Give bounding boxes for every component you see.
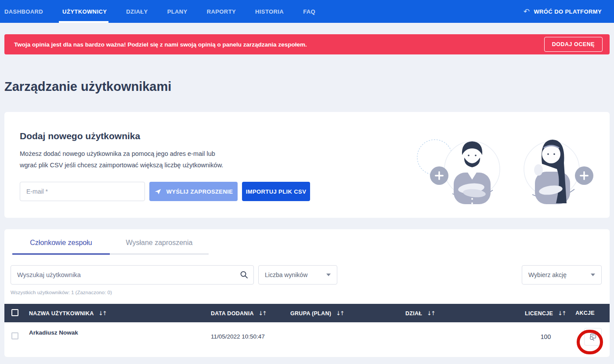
nav-item-historia[interactable]: HISTORIA [255,0,284,23]
column-header-name[interactable]: NAZWA UŻYTKOWNIKA ↓↑ [29,310,209,317]
row-actions-button[interactable] [584,328,602,346]
import-csv-button[interactable]: IMPORTUJ PLIK CSV [242,182,310,201]
column-header-licenses-label: LICENCJE [525,310,553,317]
back-to-platform-link[interactable]: ↶ WRÓĆ DO PLATFORMY [524,0,602,23]
column-header-date-label: DATA DODANIA [211,310,253,317]
column-header-licenses[interactable]: LICENCJE ↓↑ [520,310,567,317]
send-invitation-label: WYŚLIJ ZAPROSZENIE [166,188,233,195]
sort-icon[interactable]: ↓↑ [258,310,266,317]
nav-item-uzytkownicy[interactable]: UŻYTKOWNICY [62,0,107,23]
add-user-description-line2: wgrać plik CSV jeśli chcesz zaimportować… [20,159,231,171]
column-header-group-label: GRUPA (PLAN) [290,310,331,317]
filters-row: Liczba wyników Wybierz akcję [11,265,602,285]
column-header-date[interactable]: DATA DODANIA ↓↑ [209,310,290,317]
search-wrapper [11,265,254,285]
sort-icon[interactable]: ↓↑ [98,310,106,317]
top-nav: DASHBOARD UŻYTKOWNICY DZIAŁY PLANY RAPOR… [0,0,614,23]
column-header-department-label: DZIAŁ [405,310,422,317]
back-to-platform-label: WRÓĆ DO PLATFORMY [534,8,602,15]
tab-team-members[interactable]: Członkowie zespołu [12,229,110,255]
nav-item-dzialy[interactable]: DZIAŁY [126,0,148,23]
results-count-select[interactable]: Liczba wyników [258,265,337,285]
add-user-form: WYŚLIJ ZAPROSZENIE IMPORTUJ PLIK CSV [20,182,310,201]
search-input[interactable] [11,265,254,285]
user-date-added: 11/05/2022 10:50:47 [209,333,290,340]
nav-item-dashboard[interactable]: DASHBOARD [4,0,43,23]
add-member-plus-right[interactable] [575,166,593,185]
chevron-down-icon [591,274,595,276]
feedback-banner-message: Twoja opinia jest dla nas bardzo ważna! … [14,41,307,48]
column-header-name-label: NAZWA UŻYTKOWNIKA [29,310,94,317]
users-summary: Wszystkich użytkowników: 1 (Zaznaczono: … [11,290,610,295]
select-all-checkbox[interactable] [11,309,18,316]
add-rating-button[interactable]: DODAJ OCENĘ [544,37,603,52]
sort-icon[interactable]: ↓↑ [558,310,566,317]
feedback-banner: Twoja opinia jest dla nas bardzo ważna! … [4,34,610,54]
send-invitation-button[interactable]: WYŚLIJ ZAPROSZENIE [149,182,238,201]
email-field[interactable] [20,182,145,201]
column-header-actions: AKCJE [567,310,610,316]
add-user-description-line1: Możesz dodać nowego użytkownika za pomoc… [20,148,231,159]
nav-item-raporty[interactable]: RAPORTY [207,0,236,23]
tabs: Członkowie zespołu Wysłane zaproszenia [4,229,610,255]
back-arrow-icon: ↶ [524,8,530,15]
send-icon [154,188,162,195]
add-member-plus-left[interactable] [430,166,448,185]
choose-action-select[interactable]: Wybierz akcję [522,265,602,285]
preview-details-icon [589,333,597,341]
nav-item-plany[interactable]: PLANY [167,0,188,23]
column-header-group[interactable]: GRUPA (PLAN) ↓↑ [290,310,405,317]
table-row: Arkadiusz Nowak 11/05/2022 10:50:47 100 [4,322,610,351]
add-user-description: Możesz dodać nowego użytkownika za pomoc… [20,148,231,171]
table-header: NAZWA UŻYTKOWNIKA ↓↑ DATA DODANIA ↓↑ GRU… [4,304,610,322]
sort-icon[interactable]: ↓↑ [427,310,435,317]
tab-sent-invitations[interactable]: Wysłane zaproszenia [110,229,209,255]
user-name: Arkadiusz Nowak [29,322,209,336]
add-user-card: Dodaj nowego użytkownika Możesz dodać no… [4,112,610,218]
nav-item-faq[interactable]: FAQ [303,0,315,23]
members-card: Członkowie zespołu Wysłane zaproszenia L… [4,229,610,357]
results-count-label: Liczba wyników [265,271,307,278]
column-header-department[interactable]: DZIAŁ ↓↑ [405,310,520,317]
chevron-down-icon [326,274,331,276]
sort-icon[interactable]: ↓↑ [336,310,344,317]
row-checkbox[interactable] [11,332,18,339]
page-title: Zarządzanie użytkownikami [4,79,614,94]
choose-action-label: Wybierz akcję [528,271,567,278]
team-illustration [408,129,602,212]
search-icon [240,270,248,279]
user-licenses: 100 [520,333,567,340]
